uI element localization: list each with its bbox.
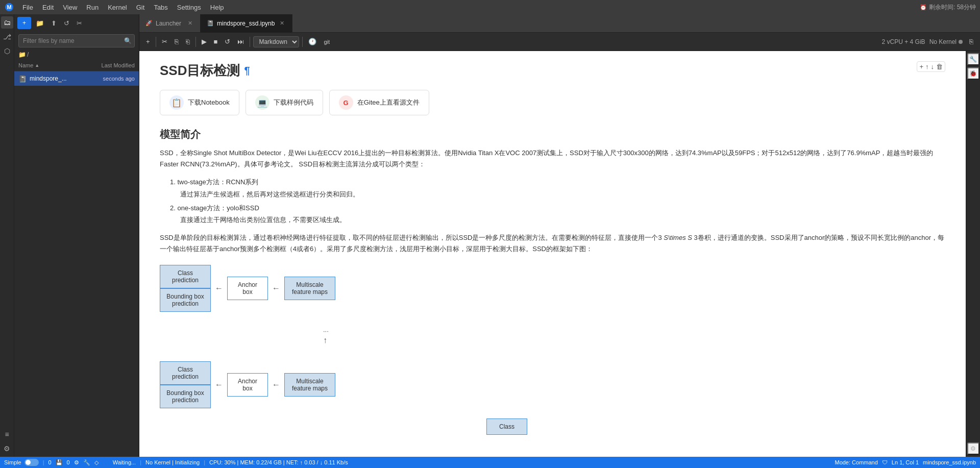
arrow-3: ← xyxy=(215,380,223,389)
menu-kernel[interactable]: Kernel xyxy=(104,3,131,12)
kernel-info-label: 2 vCPU + 4 GiB xyxy=(882,38,925,45)
toggle-knob xyxy=(26,460,31,465)
settings-right-btn[interactable]: ⚙ xyxy=(967,442,979,455)
right-sidebar: 🔧 🐞 ⚙ xyxy=(966,51,980,457)
dots: ··· xyxy=(323,327,329,335)
cell-move-down-btn[interactable]: ↓ xyxy=(931,63,935,70)
cell-move-up-btn[interactable]: ↑ xyxy=(925,63,929,70)
settings-status-icon: ⚙ xyxy=(74,459,79,466)
file-modified-label: seconds ago xyxy=(84,76,135,82)
notebook-file-icon: 📓 xyxy=(18,75,27,83)
git-cut-button[interactable]: ✂ xyxy=(74,18,85,29)
download-notebook-btn[interactable]: 📋 下载Notebook xyxy=(160,90,239,115)
settings-sidebar-btn[interactable]: ⚙ xyxy=(1,442,13,455)
search-input[interactable] xyxy=(18,34,135,47)
toolbar-divider-3 xyxy=(250,37,250,47)
unsaved-count: 0 xyxy=(48,459,51,465)
menu-settings[interactable]: Settings xyxy=(173,3,205,12)
file-name-label: mindspore_... xyxy=(30,75,84,82)
notebook-tab[interactable]: 📓 mindspore_ssd.ipynb ✕ xyxy=(201,14,292,33)
search-bar: 🔍 xyxy=(14,32,139,50)
paste-cell-button[interactable]: ⎗ xyxy=(183,36,192,47)
cell-delete-btn[interactable]: 🗑 xyxy=(936,63,943,70)
bounding-box-prediction-box-1: Bounding boxprediction xyxy=(160,288,211,312)
status-right: Mode: Command 🛡 Ln 1, Col 1 mindspore_ss… xyxy=(835,459,976,465)
bounding-box-prediction-box-2: Bounding boxprediction xyxy=(160,385,211,408)
launcher-tab-close[interactable]: ✕ xyxy=(186,19,194,28)
launcher-tab-label: Launcher xyxy=(156,20,183,27)
list-item-2-sub: 直接通过主干网络给出类别位置信息，不需要区域生成。 xyxy=(180,214,945,226)
launcher-tab[interactable]: 🚀 Launcher ✕ xyxy=(139,14,201,32)
refresh-button[interactable]: ↺ xyxy=(61,18,72,29)
kernel-status: No Kernel xyxy=(929,38,963,45)
menu-run[interactable]: Run xyxy=(82,3,103,12)
new-file-button[interactable]: + xyxy=(17,17,31,29)
extension-status-icon: 🔧 xyxy=(83,459,90,466)
class-box-partial: Class xyxy=(486,418,527,435)
upload-button[interactable]: ⬆ xyxy=(48,18,59,29)
download-notebook-label: 下载Notebook xyxy=(188,98,230,107)
kernel-count: 0 xyxy=(67,459,70,465)
git-toolbar-button[interactable]: git xyxy=(321,37,332,46)
menubar: M File Edit View Run Kernel Git Tabs Set… xyxy=(0,0,980,14)
anchor-box-2: Anchorbox xyxy=(227,373,268,397)
extensions-sidebar-btn[interactable]: ⬡ xyxy=(1,45,13,57)
add-cell-button[interactable]: + xyxy=(143,36,153,47)
notebook-name-status: mindspore_ssd.ipynb xyxy=(923,459,976,465)
status-divider-2: | xyxy=(140,459,141,465)
notebook-content: + ↑ ↓ 🗑 SSD目标检测 ¶ 📋 下载Notebook xyxy=(139,51,966,457)
menubar-right: ⏰ 剩余时间: 58分钟 xyxy=(920,3,976,12)
status-center: Waiting... | No Kernel | Initializing | … xyxy=(113,459,348,465)
status-bar: Simple | 0 💾 0 ⚙ 🔧 ◇ Waiting... | No Ker… xyxy=(0,457,980,468)
mode-command-label: Mode: Command xyxy=(835,459,877,465)
section1-title: 模型简介 xyxy=(160,128,945,141)
open-folder-button[interactable]: 📁 xyxy=(33,18,46,29)
cell-add-above-btn[interactable]: + xyxy=(919,63,923,70)
cut-cell-button[interactable]: ✂ xyxy=(159,36,170,47)
property-inspector-btn[interactable]: 🔧 xyxy=(967,53,979,65)
position-label: Ln 1, Col 1 xyxy=(892,459,919,465)
simple-label: Simple xyxy=(4,459,21,465)
menu-edit[interactable]: Edit xyxy=(38,3,58,12)
mode-toggle[interactable] xyxy=(24,459,39,466)
menu-view[interactable]: View xyxy=(59,3,81,12)
toc-sidebar-btn[interactable]: ≡ xyxy=(1,428,13,440)
folder-icon: 📁 xyxy=(18,51,26,58)
clock-button[interactable]: 🕐 xyxy=(306,36,319,47)
notebook-tab-close[interactable]: ✕ xyxy=(278,19,286,28)
main-area: 🗂 ⎇ ⬡ ≡ ⚙ + 📁 ⬆ ↺ ✂ 🔍 📁 / Name xyxy=(0,14,980,457)
arrow-2: ← xyxy=(272,284,280,293)
svg-text:M: M xyxy=(7,4,11,10)
class-prediction-box-1: Classprediction xyxy=(160,265,211,288)
debugger-btn[interactable]: 🐞 xyxy=(967,67,979,80)
restart-kernel-button[interactable]: ↺ xyxy=(222,36,233,47)
list-items: 1. two-stage方法：RCNN系列 通过算法产生候选框，然后再对这些候选… xyxy=(160,176,945,226)
run-cell-button[interactable]: ▶ xyxy=(199,36,209,47)
extension2-status-icon: ◇ xyxy=(94,459,99,466)
file-browser-panel: + 📁 ⬆ ↺ ✂ 🔍 📁 / Name ▲ Last Modified xyxy=(14,14,139,457)
toolbar-divider-2 xyxy=(195,37,196,47)
status-divider-1: | xyxy=(43,459,44,465)
download-sample-btn[interactable]: 💻 下载样例代码 xyxy=(246,90,323,115)
cell-type-selector[interactable]: Markdown Code Raw xyxy=(253,36,299,47)
view-source-btn[interactable]: G 在Gitee上直看源文件 xyxy=(329,90,429,115)
notebook-toolbar: + ✂ ⎘ ⎗ ▶ ■ ↺ ⏭ Markdown Code Raw 🕐 git … xyxy=(139,33,980,51)
menu-file[interactable]: File xyxy=(18,3,37,12)
copy-cell-button[interactable]: ⎘ xyxy=(172,36,181,47)
share-button[interactable]: ⎘ xyxy=(967,36,976,47)
menu-help[interactable]: Help xyxy=(206,3,228,12)
view-source-icon: G xyxy=(339,95,353,110)
file-row[interactable]: 📓 mindspore_... seconds ago xyxy=(14,71,139,86)
toolbar-divider-1 xyxy=(156,37,156,47)
menu-git[interactable]: Git xyxy=(132,3,149,12)
restart-run-all-button[interactable]: ⏭ xyxy=(235,36,247,47)
arrow-up: ↑ xyxy=(323,336,327,345)
left-activity-bar: 🗂 ⎇ ⬡ ≡ ⚙ xyxy=(0,14,14,457)
menu-tabs[interactable]: Tabs xyxy=(150,3,172,12)
files-sidebar-btn[interactable]: 🗂 xyxy=(1,16,13,29)
stop-kernel-button[interactable]: ■ xyxy=(211,36,220,47)
notebook-tab-icon: 📓 xyxy=(207,20,214,27)
multiscale-maps-1: Multiscalefeature maps xyxy=(284,277,335,300)
name-column-header[interactable]: Name ▲ xyxy=(18,62,84,68)
git-sidebar-btn[interactable]: ⎇ xyxy=(1,31,13,43)
